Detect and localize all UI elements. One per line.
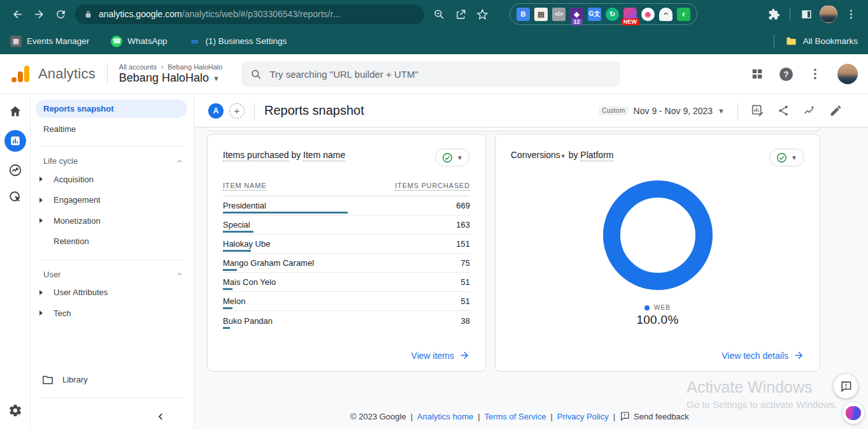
reports-icon[interactable] (4, 130, 26, 152)
dimension-term[interactable]: Item name (303, 150, 345, 161)
check-circle-icon (776, 152, 787, 163)
extensions-puzzle-icon[interactable] (763, 3, 785, 25)
sidebar-section-life-cycle[interactable]: Life cycle (31, 153, 194, 169)
column-items-purchased[interactable]: ITEMS PURCHASED (395, 182, 470, 191)
extension-swirl-icon[interactable]: ◉ (641, 8, 655, 21)
zoom-icon[interactable] (428, 3, 450, 25)
expand-arrow-icon (39, 198, 43, 203)
date-mode-badge: Custom (599, 106, 628, 115)
arrow-right-icon (793, 350, 804, 361)
sidebar-item-monetization[interactable]: Monetization (31, 210, 194, 231)
metric-dropdown[interactable]: Conversions▼ (511, 150, 566, 160)
sidebar-item-reports-snapshot[interactable]: Reports snapshot (36, 99, 187, 118)
send-feedback-button[interactable]: Send feedback (620, 411, 689, 421)
search-bar[interactable] (241, 61, 620, 87)
extensions-strip: B ▤ </> ◆ 12 G文 ↻ NEW ◉ ᴖ ғ (509, 3, 697, 25)
privacy-policy-link[interactable]: Privacy Policy (557, 412, 609, 421)
reload-icon[interactable] (50, 3, 71, 25)
extension-ghost-icon[interactable]: ᴖ (659, 8, 672, 21)
chat-feedback-button[interactable] (834, 374, 858, 398)
share-icon[interactable] (777, 104, 790, 117)
apps-grid-icon[interactable] (750, 67, 764, 81)
extension-brain-icon[interactable]: NEW (623, 8, 637, 21)
date-range-picker[interactable]: Custom Nov 9 - Nov 9, 2023 ▼ (599, 106, 725, 116)
sidebar-item-library[interactable]: Library (31, 369, 194, 389)
forward-icon[interactable] (28, 3, 50, 25)
brain-extension-button[interactable] (843, 402, 864, 424)
bookmark-events-manager[interactable]: ▦ Events Manager (10, 36, 89, 47)
header-divider (254, 103, 255, 119)
profile-avatar[interactable] (837, 64, 858, 84)
extension-leaf-icon[interactable]: ғ (677, 8, 690, 21)
url-path: /analytics/web/#/p303306543/reports/r... (182, 9, 340, 19)
bookmark-business-settings[interactable]: ∞ (1) Business Settings (189, 36, 287, 47)
extension-translate-icon[interactable]: G文 (588, 8, 601, 21)
title-by: by (569, 150, 578, 160)
view-items-link[interactable]: View items (411, 350, 470, 361)
account-switcher[interactable]: All accounts Bebang HaloHalo Bebang Halo… (119, 63, 223, 85)
extension-purple-icon[interactable]: ◆ 12 (570, 8, 583, 21)
chevron-right-icon (159, 64, 165, 70)
chevron-up-icon (176, 157, 183, 165)
bookmark-whatsapp[interactable]: ☎ WhatsApp (111, 36, 167, 47)
search-input[interactable] (269, 69, 611, 80)
share-page-icon[interactable] (450, 3, 471, 25)
extension-news-icon[interactable]: ▤ (534, 8, 548, 21)
property-selector[interactable]: Bebang HaloHalo ▼ (119, 71, 223, 85)
help-icon[interactable]: ? (779, 68, 793, 81)
card-header: Items purchased by Item name ▼ (223, 149, 470, 166)
extension-tag-icon[interactable]: B (516, 8, 530, 21)
explore-icon[interactable] (7, 162, 24, 178)
sidebar-item-retention[interactable]: Retention (31, 231, 194, 251)
table-row: Presidential 669 (223, 196, 470, 215)
item-bar (223, 212, 348, 214)
insights-icon[interactable] (803, 104, 816, 117)
analytics-logo-icon[interactable] (11, 66, 31, 82)
analytics-home-link[interactable]: Analytics home (417, 412, 473, 421)
expand-arrow-icon (39, 177, 43, 182)
advertising-icon[interactable] (7, 189, 24, 205)
data-quality-menu[interactable]: ▼ (435, 149, 470, 166)
sidebar-item-engagement[interactable]: Engagement (31, 189, 194, 210)
browser-toolbar: analytics.google.com/analytics/web/#/p30… (0, 0, 868, 28)
home-icon[interactable] (7, 103, 24, 120)
bookmark-star-icon[interactable] (471, 3, 493, 25)
add-comparison-button[interactable]: + (229, 103, 245, 119)
extension-code-icon[interactable]: </> (552, 8, 566, 21)
gear-icon[interactable] (7, 402, 24, 419)
terms-of-service-link[interactable]: Terms of Service (485, 412, 546, 421)
browser-profile-avatar[interactable] (820, 5, 837, 23)
edit-icon[interactable] (829, 104, 843, 117)
items-purchased-card: Items purchased by Item name ▼ ITEM NAME (207, 134, 486, 372)
side-panel-icon[interactable] (795, 3, 817, 25)
item-name: Halokay Ube (223, 239, 270, 249)
conversions-card: Conversions▼ by Platform ▼ (495, 134, 820, 372)
sidebar-item-realtime[interactable]: Realtime (31, 120, 194, 139)
url-bar[interactable]: analytics.google.com/analytics/web/#/p30… (75, 4, 424, 24)
data-quality-menu[interactable]: ▼ (769, 149, 804, 166)
collapse-sidebar-button[interactable] (31, 405, 194, 429)
all-bookmarks-button[interactable]: All Bookmarks (769, 34, 858, 48)
dimension-term[interactable]: Platform (580, 150, 613, 161)
bookmark-label: Events Manager (27, 36, 89, 46)
item-value: 51 (461, 296, 470, 306)
sidebar-item-tech[interactable]: Tech (31, 303, 194, 323)
comparison-badge[interactable]: A (208, 103, 224, 119)
kebab-menu-icon[interactable] (808, 67, 822, 81)
kebab-menu-icon[interactable] (840, 3, 862, 25)
sidebar-item-acquisition[interactable]: Acquisition (31, 169, 194, 189)
donut-chart: WEB 100.0% (511, 180, 804, 327)
chart-edit-icon[interactable] (751, 104, 764, 117)
extension-green-circle-icon[interactable]: ↻ (606, 8, 619, 21)
table-header: ITEM NAME ITEMS PURCHASED (223, 182, 470, 196)
column-item-name[interactable]: ITEM NAME (223, 182, 266, 191)
metric-term[interactable]: Items purchased (223, 150, 289, 161)
check-circle-icon (442, 152, 453, 163)
sidebar-item-user-attributes[interactable]: User Attributes (31, 282, 194, 303)
sidebar-item-label: Monetization (53, 216, 101, 226)
sidebar-section-user[interactable]: User (31, 266, 194, 282)
back-icon[interactable] (6, 3, 28, 25)
chevron-down-icon: ▼ (213, 75, 220, 82)
view-tech-details-link[interactable]: View tech details (722, 350, 804, 361)
feedback-icon (840, 381, 852, 393)
